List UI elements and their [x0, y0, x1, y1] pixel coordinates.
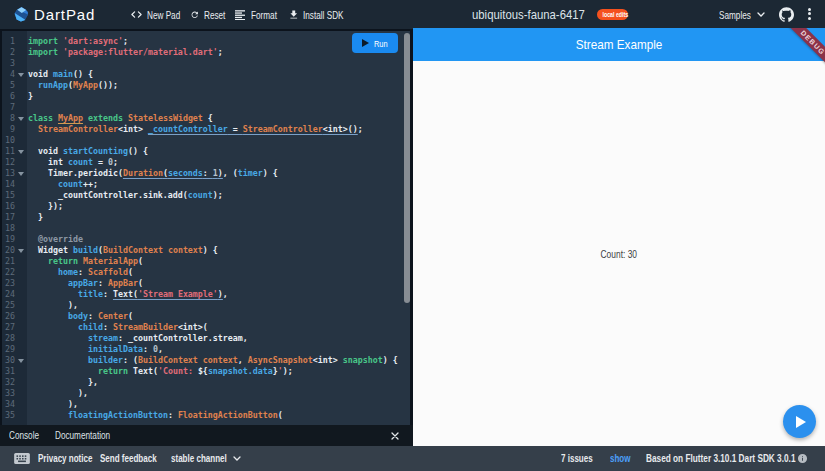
code-line[interactable]: 27 child: StreamBuilder<int>(	[2, 322, 410, 333]
line-number: 35	[2, 410, 15, 421]
chevron-down-icon[interactable]	[757, 12, 765, 17]
channel-select[interactable]: stable channel	[171, 446, 227, 471]
code-line[interactable]: 19 @override	[2, 234, 410, 245]
code-token: );	[283, 366, 293, 376]
format-button[interactable]: Format	[235, 0, 284, 29]
tab-documentation[interactable]: Documentation	[55, 425, 110, 446]
show-issues-link[interactable]: show	[610, 446, 631, 471]
fold-arrow-icon[interactable]	[18, 359, 24, 363]
code-line[interactable]: 7	[2, 102, 410, 113]
floating-action-button[interactable]	[783, 405, 816, 438]
code-editor[interactable]: 1import 'dart:async';2import 'package:fl…	[2, 31, 410, 425]
code-text: import 'dart:async';	[28, 36, 128, 47]
code-line[interactable]: 16 });	[2, 201, 410, 212]
code-line[interactable]: 20 Widget build(BuildContext context) {	[2, 245, 410, 256]
code-line[interactable]: 2import 'package:flutter/material.dart';	[2, 47, 410, 58]
keyboard-icon[interactable]	[14, 453, 30, 464]
reset-button[interactable]: Reset	[190, 0, 231, 29]
fold-arrow-icon[interactable]	[18, 73, 24, 77]
code-line[interactable]: 14 count++;	[2, 179, 410, 190]
code-token: timer	[238, 168, 263, 178]
code-token: child	[78, 322, 103, 332]
code-token: ),	[28, 300, 78, 310]
code-line[interactable]: 17 }	[2, 212, 410, 223]
code-token: ) {	[383, 355, 398, 365]
code-token: () {	[73, 69, 93, 79]
fold-arrow-icon[interactable]	[18, 249, 24, 253]
run-button[interactable]: Run	[352, 33, 398, 53]
code-line[interactable]: 15 _countController.sink.add(count);	[2, 190, 410, 201]
code-line[interactable]: 8class MyApp extends StatelessWidget {	[2, 113, 410, 124]
code-line[interactable]: 30 builder: (BuildContext context, Async…	[2, 355, 410, 366]
code-line[interactable]: 33 ),	[2, 388, 410, 399]
code-line[interactable]: 13 Timer.periodic(Duration(seconds: 1), …	[2, 168, 410, 179]
code-text: int count = 0;	[28, 157, 118, 168]
info-icon[interactable]	[797, 453, 808, 464]
code-token: snapshot.data	[208, 366, 273, 376]
code-line[interactable]: 26 body: Center(	[2, 311, 410, 322]
code-text: initialData: 0,	[28, 344, 163, 355]
code-line[interactable]: 10	[2, 135, 410, 146]
code-line[interactable]: 28 stream: _countController.stream,	[2, 333, 410, 344]
code-line[interactable]: 1import 'dart:async';	[2, 36, 410, 47]
fold-arrow-icon[interactable]	[18, 172, 24, 176]
code-line[interactable]: 25 ),	[2, 300, 410, 311]
overflow-menu-icon[interactable]	[803, 8, 815, 22]
line-number: 14	[2, 179, 15, 190]
code-line[interactable]: 4void main() {	[2, 69, 410, 80]
code-line[interactable]: 24 title: Text('Stream Example'),	[2, 289, 410, 300]
privacy-notice-link[interactable]: Privacy notice	[38, 446, 92, 471]
editor-scrollbar[interactable]	[404, 33, 410, 303]
code-line[interactable]: 21 return MaterialApp(	[2, 256, 410, 267]
code-line[interactable]: 11 void startCounting() {	[2, 146, 410, 157]
code-token: 'Stream Example'	[138, 289, 218, 299]
code-line[interactable]: 22 home: Scaffold(	[2, 267, 410, 278]
code-line[interactable]: 23 appBar: AppBar(	[2, 278, 410, 289]
fold-arrow-icon[interactable]	[18, 150, 24, 154]
install-sdk-button[interactable]: Install SDK	[288, 0, 355, 29]
send-feedback-link[interactable]: Send feedback	[100, 446, 157, 471]
code-line[interactable]: 5 runApp(MyApp());	[2, 80, 410, 91]
code-text: return Text('Count: ${snapshot.data}');	[28, 366, 293, 377]
code-line[interactable]: 3	[2, 58, 410, 69]
samples-menu[interactable]: Samples	[719, 9, 751, 21]
code-text: count++;	[28, 179, 98, 190]
code-token: :	[98, 278, 108, 288]
code-line[interactable]: 31 return Text('Count: ${snapshot.data}'…	[2, 366, 410, 377]
code-token: :	[103, 322, 113, 332]
code-token: ) {	[263, 168, 278, 178]
new-pad-button[interactable]: New Pad	[131, 0, 190, 29]
chevron-down-icon[interactable]	[233, 456, 241, 461]
code-line[interactable]: 29 initialData: 0,	[2, 344, 410, 355]
reset-label: Reset	[204, 9, 225, 21]
code-text: StreamController<int> _countController =…	[28, 124, 363, 135]
line-number: 27	[2, 322, 15, 333]
code-line[interactable]: 12 int count = 0;	[2, 157, 410, 168]
code-area[interactable]: 1import 'dart:async';2import 'package:fl…	[2, 36, 410, 421]
code-token: Scaffold	[88, 267, 128, 277]
code-token: count	[58, 179, 83, 189]
code-line[interactable]: 34 ),	[2, 399, 410, 410]
code-token: (	[138, 278, 143, 288]
issues-count[interactable]: 7 issues	[561, 446, 593, 471]
dartpad-logo-icon	[13, 5, 30, 23]
code-token: :	[88, 311, 98, 321]
code-icon	[131, 11, 142, 18]
code-token: _countController.sink.add(	[28, 190, 188, 200]
code-token: : (	[123, 355, 138, 365]
app-preview-panel: Stream Example DEBUG Count: 30	[413, 28, 825, 446]
code-token: MaterialApp	[83, 256, 138, 266]
code-line[interactable]: 18	[2, 223, 410, 234]
code-token: ,	[238, 355, 248, 365]
code-token: ,	[158, 344, 163, 354]
code-line[interactable]: 35 floatingActionButton: FloatingActionB…	[2, 410, 410, 421]
line-number: 8	[2, 113, 15, 124]
fold-arrow-icon[interactable]	[18, 117, 24, 121]
app-body: Count: 30	[413, 61, 825, 446]
close-icon[interactable]	[391, 432, 399, 440]
code-line[interactable]: 6}	[2, 91, 410, 102]
code-line[interactable]: 32 },	[2, 377, 410, 388]
github-icon[interactable]	[779, 7, 794, 22]
code-line[interactable]: 9 StreamController<int> _countController…	[2, 124, 410, 135]
tab-console[interactable]: Console	[9, 425, 39, 446]
